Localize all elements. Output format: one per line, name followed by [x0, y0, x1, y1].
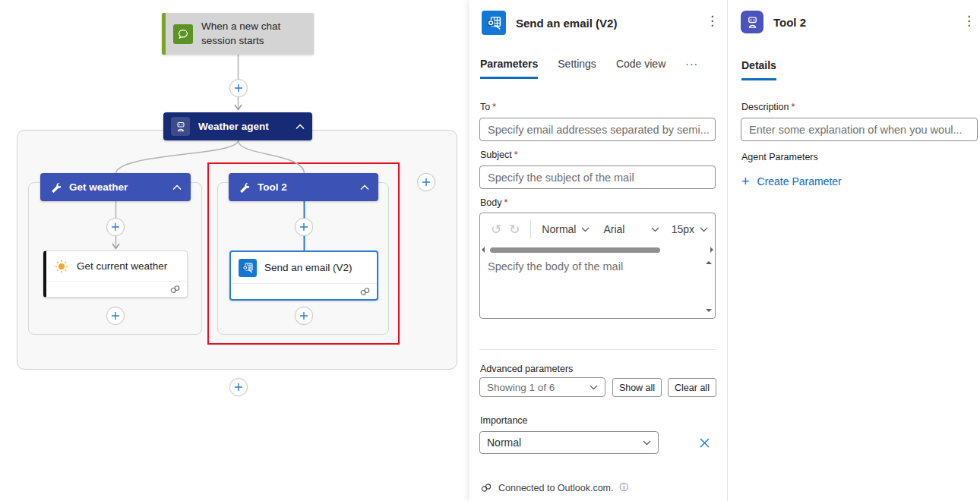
add-branch-button[interactable] — [417, 173, 435, 191]
text-style-dropdown[interactable]: Normal — [542, 223, 590, 235]
scroll-up-icon[interactable] — [706, 261, 712, 264]
remove-parameter-icon[interactable] — [695, 433, 713, 452]
subject-input[interactable]: Specify the subject of the mail — [479, 165, 716, 189]
connection-icon — [480, 483, 492, 493]
body-rich-text-editor: ↺ ↻ Normal Arial 15px — [479, 213, 716, 319]
to-label: To* — [480, 102, 496, 112]
plus-icon: + — [741, 175, 750, 188]
agent-node-label: Weather agent — [198, 121, 269, 132]
tool-node-tool-2[interactable]: Tool 2 — [229, 173, 378, 201]
clear-all-button[interactable]: Clear all — [668, 378, 716, 397]
tab-code-view[interactable]: Code view — [616, 58, 665, 79]
advanced-parameters-label: Advanced parameters — [480, 364, 573, 374]
chevron-down-icon — [651, 227, 659, 232]
agent-node-weather[interactable]: Weather agent — [163, 112, 312, 140]
more-options-icon[interactable]: ⋮ — [963, 14, 975, 27]
action-card-label: Get current weather — [77, 260, 167, 272]
redo-icon[interactable]: ↻ — [505, 222, 523, 238]
connection-footer: Connected to Outlook.com. ⓘ — [480, 481, 628, 494]
description-label: Description* — [741, 102, 795, 112]
chat-trigger-icon — [173, 24, 193, 44]
tool-node-label: Tool 2 — [258, 181, 287, 193]
panel-tabs: Details — [741, 59, 776, 80]
collapse-chevron-icon[interactable] — [172, 184, 182, 191]
undo-icon[interactable]: ↺ — [487, 222, 505, 238]
agent-parameters-label: Agent Parameters — [741, 152, 818, 162]
trigger-label: When a new chat session starts — [201, 20, 300, 47]
body-input[interactable]: Specify the body of the mail — [480, 255, 715, 318]
trigger-node-chat-session[interactable]: When a new chat session starts — [162, 13, 314, 55]
insert-step-button[interactable] — [295, 218, 313, 236]
email-action-panel: Send an email (V2) ⋮ Parameters Settings… — [469, 0, 727, 501]
scroll-left-icon[interactable] — [482, 247, 485, 253]
editor-toolbar: ↺ ↻ Normal Arial 15px — [480, 213, 715, 245]
to-input[interactable]: Specify email addresses separated by sem… — [479, 118, 716, 141]
more-options-icon[interactable]: ⋮ — [706, 14, 719, 27]
importance-label: Importance — [480, 415, 528, 426]
tool-node-label: Get weather — [69, 181, 128, 193]
tool-details-panel: Tool 2 ⋮ Details Description* Enter some… — [728, 0, 980, 501]
panel-header: Send an email (V2) — [482, 11, 617, 35]
tab-settings[interactable]: Settings — [558, 58, 596, 79]
chevron-down-icon — [700, 227, 708, 232]
panel-title: Tool 2 — [773, 16, 806, 29]
action-card-get-current-weather[interactable]: Get current weather — [43, 250, 188, 298]
sun-icon — [54, 259, 69, 274]
tool-node-get-weather[interactable]: Get weather — [40, 173, 191, 201]
editor-horizontal-scrollbar[interactable] — [480, 245, 715, 255]
required-asterisk: * — [792, 102, 795, 112]
advanced-parameters-dropdown[interactable]: Showing 1 of 6 — [479, 377, 605, 397]
font-family-dropdown[interactable]: Arial — [603, 223, 659, 235]
importance-dropdown[interactable]: Normal — [479, 431, 659, 454]
collapse-chevron-icon[interactable] — [296, 124, 305, 130]
connection-icon — [169, 285, 181, 294]
chevron-down-icon — [590, 385, 598, 390]
description-input[interactable]: Enter some explanation of when you woul.… — [741, 118, 978, 141]
scroll-right-icon[interactable] — [710, 247, 713, 253]
tab-overflow-icon[interactable]: ··· — [685, 58, 698, 79]
chevron-down-icon — [581, 227, 590, 232]
chevron-down-icon — [643, 440, 651, 446]
outlook-icon — [482, 11, 506, 35]
panel-tabs: Parameters Settings Code view ··· — [480, 58, 698, 79]
toolbar-divider — [530, 220, 531, 238]
create-parameter-button[interactable]: + Create Parameter — [741, 175, 842, 188]
insert-step-button[interactable] — [229, 378, 248, 396]
flow-canvas[interactable]: When a new chat session starts Weather a… — [0, 0, 469, 501]
outlook-icon — [239, 259, 257, 277]
section-divider — [479, 349, 716, 350]
wrench-icon — [49, 181, 61, 193]
font-size-dropdown[interactable]: 15px — [672, 223, 708, 235]
agent-robot-icon — [741, 11, 763, 33]
connection-icon — [359, 287, 371, 296]
action-card-label: Send an email (V2) — [264, 262, 352, 273]
tab-details[interactable]: Details — [741, 59, 776, 80]
scroll-down-icon[interactable] — [706, 309, 712, 312]
panel-title: Send an email (V2) — [516, 17, 617, 30]
agent-robot-icon — [171, 117, 190, 136]
show-all-button[interactable]: Show all — [612, 378, 662, 397]
collapse-chevron-icon[interactable] — [360, 184, 369, 191]
connection-text: Connected to Outlook.com. — [498, 483, 613, 493]
scrollbar-thumb[interactable] — [490, 247, 660, 253]
flow-designer: When a new chat session starts Weather a… — [0, 0, 980, 501]
insert-step-button[interactable] — [295, 307, 313, 325]
wrench-icon — [238, 181, 249, 193]
info-icon[interactable]: ⓘ — [619, 481, 628, 494]
required-asterisk: * — [514, 150, 518, 160]
required-asterisk: * — [504, 197, 508, 208]
panel-header: Tool 2 — [741, 11, 806, 33]
required-asterisk: * — [492, 102, 496, 112]
insert-step-button[interactable] — [106, 307, 125, 325]
insert-step-button[interactable] — [106, 218, 125, 236]
subject-label: Subject* — [480, 150, 518, 160]
tab-parameters[interactable]: Parameters — [480, 58, 538, 79]
body-label: Body* — [480, 197, 507, 208]
insert-step-button[interactable] — [229, 79, 248, 97]
action-card-send-an-email[interactable]: Send an email (V2) — [229, 250, 378, 301]
